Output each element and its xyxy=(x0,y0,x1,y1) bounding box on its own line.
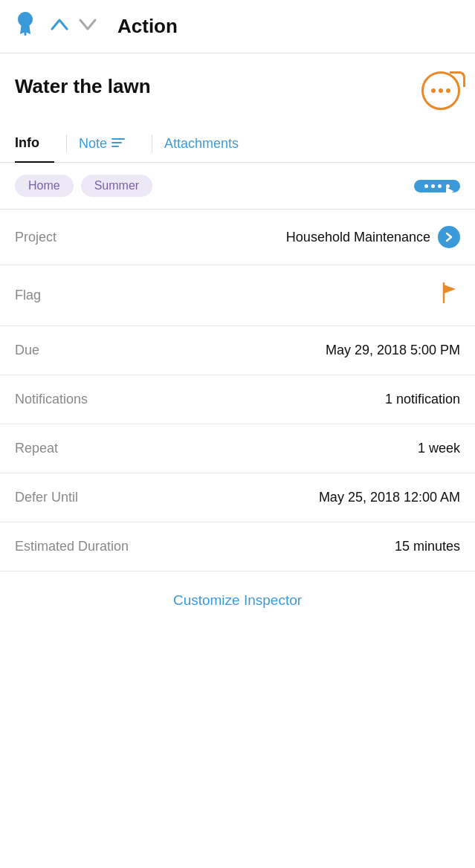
repeat-label: Repeat xyxy=(15,441,58,456)
tab-note-label: Note xyxy=(79,136,107,152)
header-navigation xyxy=(49,17,98,36)
estimated-duration-label: Estimated Duration xyxy=(15,539,129,554)
defer-until-label: Defer Until xyxy=(15,490,78,505)
defer-until-value: May 25, 2018 12:00 AM xyxy=(319,490,460,505)
tag-summer-label: Summer xyxy=(94,179,139,192)
project-label: Project xyxy=(15,230,56,245)
info-row-notifications[interactable]: Notifications 1 notification xyxy=(0,375,475,424)
flag-label: Flag xyxy=(15,288,41,303)
tags-more-button[interactable]: ▶ xyxy=(414,180,460,192)
repeat-value-text: 1 week xyxy=(418,441,460,456)
tag-home[interactable]: Home xyxy=(15,175,74,197)
tag-home-label: Home xyxy=(28,179,60,192)
tab-attachments[interactable]: Attachments xyxy=(164,126,253,162)
more-dots-icon xyxy=(431,88,450,93)
tab-info[interactable]: Info xyxy=(15,125,54,163)
note-lines-icon xyxy=(112,137,125,149)
due-value: May 29, 2018 5:00 PM xyxy=(326,343,460,358)
due-label: Due xyxy=(15,343,39,358)
tab-attachments-label: Attachments xyxy=(164,136,239,152)
info-row-due[interactable]: Due May 29, 2018 5:00 PM xyxy=(0,326,475,375)
tags-more-arrow-icon: ▶ xyxy=(446,184,450,188)
defer-until-value-text: May 25, 2018 12:00 AM xyxy=(319,490,460,505)
customize-inspector-button[interactable]: Customize Inspector xyxy=(0,571,475,629)
info-row-project[interactable]: Project Household Maintenance xyxy=(0,210,475,265)
estimated-duration-value: 15 minutes xyxy=(395,539,460,554)
pin-icon[interactable] xyxy=(13,10,37,42)
notifications-value: 1 notification xyxy=(385,392,460,407)
repeat-value: 1 week xyxy=(418,441,460,456)
tab-divider xyxy=(66,135,67,152)
due-value-text: May 29, 2018 5:00 PM xyxy=(326,343,460,358)
tabs-bar: Info Note Attachments xyxy=(0,125,475,163)
flag-value xyxy=(439,282,460,309)
nav-up-button[interactable] xyxy=(49,17,70,36)
task-title-area: Water the lawn xyxy=(0,54,475,125)
project-navigate-icon[interactable] xyxy=(438,226,460,248)
tab-info-label: Info xyxy=(15,135,39,151)
tab-divider-2 xyxy=(152,135,152,152)
info-row-repeat[interactable]: Repeat 1 week xyxy=(0,424,475,473)
notifications-label: Notifications xyxy=(15,392,88,407)
customize-inspector-label: Customize Inspector xyxy=(173,592,302,609)
info-row-flag[interactable]: Flag xyxy=(0,265,475,326)
info-row-estimated-duration[interactable]: Estimated Duration 15 minutes xyxy=(0,522,475,571)
nav-down-button[interactable] xyxy=(77,17,98,36)
flag-icon xyxy=(439,282,460,309)
tab-note[interactable]: Note xyxy=(79,126,140,162)
svg-rect-0 xyxy=(25,31,27,36)
header-title: Action xyxy=(117,15,178,38)
notifications-value-text: 1 notification xyxy=(385,392,460,407)
project-value-text: Household Maintenance xyxy=(286,230,430,245)
task-more-button[interactable] xyxy=(421,71,460,110)
svg-rect-3 xyxy=(112,146,119,147)
estimated-duration-value-text: 15 minutes xyxy=(395,539,460,554)
svg-rect-2 xyxy=(112,142,122,143)
tags-row: Home Summer ▶ xyxy=(0,163,475,210)
header: Action xyxy=(0,0,475,54)
project-value: Household Maintenance xyxy=(286,226,460,248)
svg-rect-1 xyxy=(112,138,125,140)
task-title: Water the lawn xyxy=(15,74,413,100)
info-row-defer-until[interactable]: Defer Until May 25, 2018 12:00 AM xyxy=(0,473,475,522)
tag-summer[interactable]: Summer xyxy=(81,175,152,197)
